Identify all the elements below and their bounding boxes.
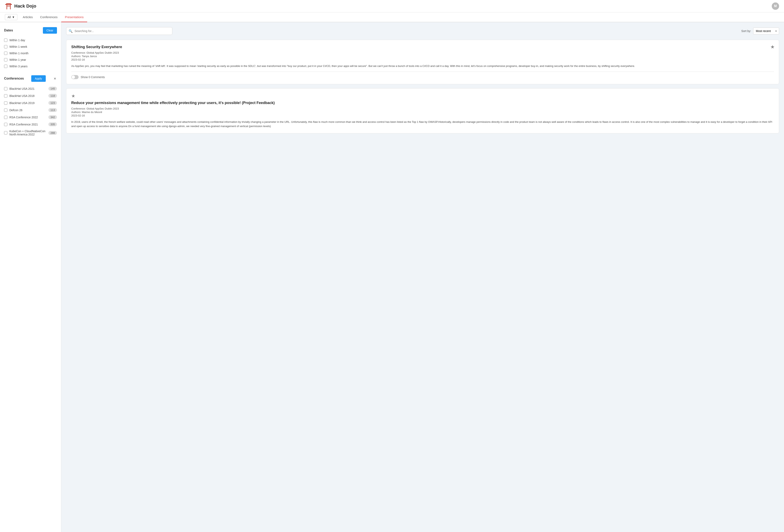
checkbox-kubecon-2022[interactable]: [4, 131, 7, 135]
dates-section: Dates Clear Within 1 day Within 1 week W…: [4, 27, 57, 69]
checkbox-within-1-week[interactable]: [4, 45, 7, 48]
apply-button[interactable]: Apply: [31, 75, 46, 82]
card-1-comments-row: Show 0 Comments: [71, 75, 774, 79]
all-dropdown-icon: ▼: [12, 16, 15, 19]
main-layout: Dates Clear Within 1 day Within 1 week W…: [0, 22, 784, 532]
card-2-date: 2023-02-16: [71, 114, 774, 117]
tab-articles[interactable]: Articles: [19, 12, 36, 22]
checkbox-blackhat-2019[interactable]: [4, 101, 7, 105]
conf-name-rsa-2022: RSA Conference 2022: [9, 116, 46, 119]
conf-blackhat-2021: BlackHat USA 2021 145: [4, 85, 57, 92]
conferences-header: Conferences Apply ×: [4, 75, 57, 82]
content-area: 🔍 Sort by: Most recent Oldest Most popul…: [61, 22, 784, 532]
conf-blackhat-2018: BlackHat USA 2018 118: [4, 92, 57, 99]
date-filter-within-1-week: Within 1 week: [4, 43, 57, 50]
header: Hack Dojo M: [0, 0, 784, 12]
close-conferences-button[interactable]: ×: [53, 76, 57, 81]
checkbox-within-1-month[interactable]: [4, 52, 7, 55]
card-1-authors: Authors: Tanya Janca: [71, 55, 774, 58]
tab-conferences[interactable]: Conferences: [36, 12, 61, 22]
search-icon: 🔍: [68, 29, 73, 33]
conf-kubecon-2022: KubeCon + CloudNativeCon North America 2…: [4, 128, 57, 138]
dates-title: Dates: [4, 29, 13, 32]
conf-count-rsa-2021: 335: [48, 122, 57, 126]
checkbox-within-3-years[interactable]: [4, 65, 7, 68]
app-name: Hack Dojo: [14, 3, 36, 9]
card-2: ★ Reduce your permissions management tim…: [66, 88, 779, 134]
date-filter-within-1-day: Within 1 day: [4, 37, 57, 43]
card-1-description: As AppSec pro, you may feel that marketi…: [71, 64, 774, 68]
checkbox-rsa-2021[interactable]: [4, 123, 7, 126]
dates-header: Dates Clear: [4, 27, 57, 34]
conf-name-rsa-2021: RSA Conference 2021: [9, 123, 46, 126]
svg-rect-0: [5, 4, 12, 5]
conf-rsa-2021: RSA Conference 2021 335: [4, 121, 57, 128]
conf-count-rsa-2022: 342: [48, 115, 57, 119]
all-label: All: [7, 16, 11, 19]
card-1-conference: Conference: Global AppSec Dublin 2023: [71, 51, 774, 54]
checkbox-blackhat-2021[interactable]: [4, 87, 7, 90]
checkbox-within-1-year[interactable]: [4, 58, 7, 61]
star-icon-card2: ★: [71, 93, 774, 99]
card-1-title: Shifting Security Everywhere: [71, 45, 774, 49]
toggle-knob-card1: [72, 76, 75, 79]
conf-name-kubecon-2022: KubeCon + CloudNativeCon North America 2…: [9, 129, 46, 136]
conferences-title: Conferences: [4, 77, 24, 80]
svg-rect-3: [10, 5, 10, 9]
date-filter-within-1-year: Within 1 year: [4, 57, 57, 63]
card-2-conference: Conference: Global AppSec Dublin 2023: [71, 107, 774, 110]
conf-name-blackhat-2019: BlackHat USA 2019: [9, 101, 46, 105]
tab-presentations[interactable]: Presentations: [61, 12, 87, 22]
card-2-title: Reduce your permissions management time …: [71, 101, 774, 105]
card-1-date: 2023-02-16: [71, 58, 774, 61]
logo-icon: [5, 2, 12, 10]
date-label-within-1-year: Within 1 year: [9, 58, 57, 61]
date-label-within-3-years: Within 3 years: [9, 65, 57, 68]
card-2-description: In 2019, users of the Ameli, the french …: [71, 120, 774, 128]
svg-rect-2: [6, 5, 7, 9]
conferences-section: Conferences Apply × BlackHat USA 2021 14…: [4, 75, 57, 138]
sort-select[interactable]: Most recent Oldest Most popular: [753, 28, 779, 34]
checkbox-defcon-26[interactable]: [4, 109, 7, 112]
conf-name-defcon-26: Defcon 26: [9, 109, 46, 112]
date-label-within-1-day: Within 1 day: [9, 38, 57, 42]
checkbox-rsa-2022[interactable]: [4, 116, 7, 119]
conf-blackhat-2019: BlackHat USA 2019 123: [4, 99, 57, 107]
checkbox-blackhat-2018[interactable]: [4, 94, 7, 97]
date-filter-within-1-month: Within 1 month: [4, 50, 57, 57]
svg-rect-1: [6, 3, 11, 4]
conf-rsa-2022: RSA Conference 2022 342: [4, 114, 57, 121]
search-sort-row: 🔍 Sort by: Most recent Oldest Most popul…: [66, 27, 779, 35]
date-label-within-1-week: Within 1 week: [9, 45, 57, 48]
avatar[interactable]: M: [772, 2, 779, 10]
sort-label: Sort by:: [741, 29, 751, 33]
card-2-authors: Authors: Marine du Mesnil: [71, 111, 774, 114]
card-1: ★ Shifting Security Everywhere Conferenc…: [66, 40, 779, 84]
conf-count-blackhat-2021: 145: [48, 87, 57, 91]
comments-toggle-card1[interactable]: [71, 75, 79, 79]
logo-area: Hack Dojo: [5, 2, 772, 10]
sort-row: Sort by: Most recent Oldest Most popular: [741, 28, 779, 34]
conf-count-defcon-26: 113: [48, 108, 57, 112]
checkbox-within-1-day[interactable]: [4, 38, 7, 42]
all-tab[interactable]: All ▼: [5, 14, 17, 20]
svg-rect-4: [7, 6, 10, 6]
comments-label-card1[interactable]: Show 0 Comments: [81, 76, 105, 79]
conf-count-blackhat-2019: 123: [48, 101, 57, 105]
conf-name-blackhat-2021: BlackHat USA 2021: [9, 87, 46, 90]
date-filter-within-3-years: Within 3 years: [4, 63, 57, 69]
sort-wrapper: Most recent Oldest Most popular: [753, 28, 779, 34]
star-button-card1[interactable]: ★: [770, 44, 775, 50]
conf-name-blackhat-2018: BlackHat USA 2018: [9, 94, 46, 97]
date-label-within-1-month: Within 1 month: [9, 52, 57, 55]
search-input[interactable]: [66, 27, 172, 35]
search-box: 🔍: [66, 27, 172, 35]
clear-button[interactable]: Clear: [43, 27, 57, 34]
nav-tabs: All ▼ Articles Conferences Presentations: [0, 12, 784, 22]
conf-defcon-26: Defcon 26 113: [4, 107, 57, 114]
sidebar: Dates Clear Within 1 day Within 1 week W…: [0, 22, 61, 532]
conf-count-blackhat-2018: 118: [48, 94, 57, 98]
conf-count-kubecon-2022: 288: [48, 131, 57, 135]
